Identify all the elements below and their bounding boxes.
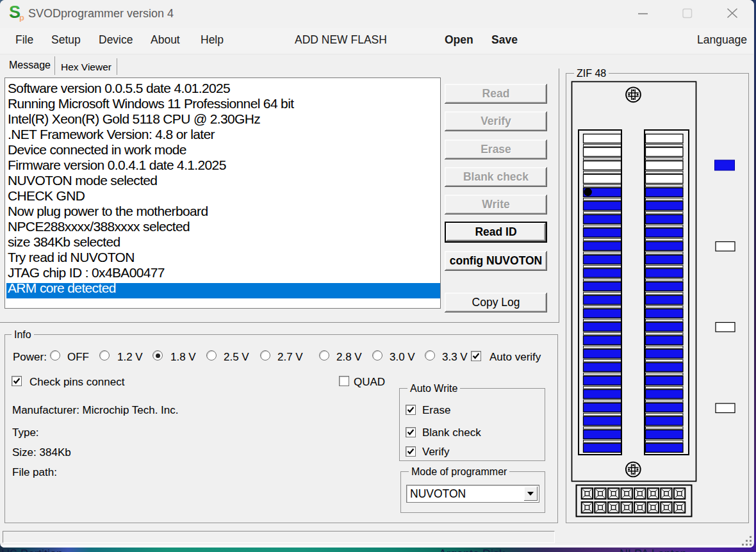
svg-text:p: p (19, 13, 24, 22)
